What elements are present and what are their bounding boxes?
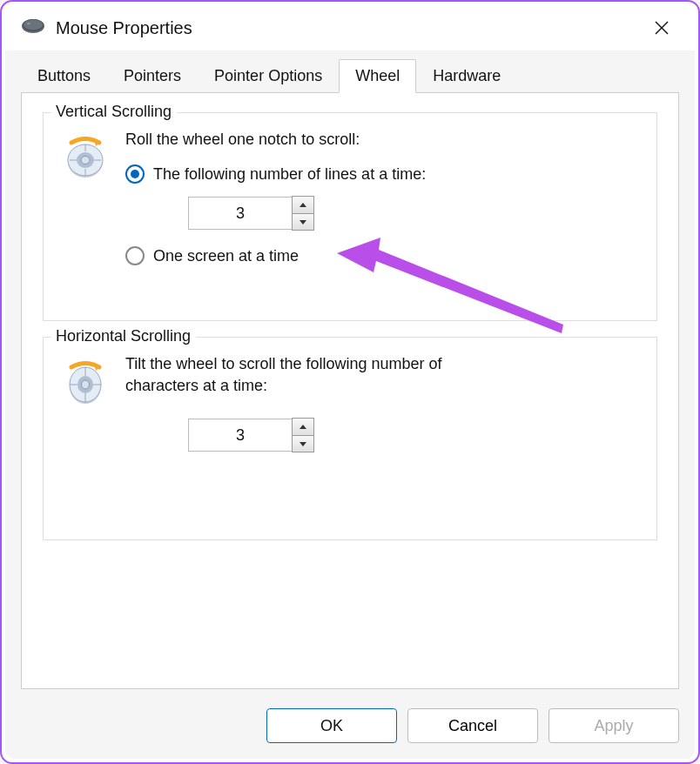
- chars-spinner-up[interactable]: [293, 419, 313, 435]
- radio-screen-label: One screen at a time: [153, 247, 299, 265]
- dialog-footer: OK Cancel Apply: [5, 696, 695, 759]
- tab-bar: Buttons Pointers Pointer Options Wheel H…: [21, 59, 679, 92]
- mouse-icon: [21, 18, 45, 37]
- close-button[interactable]: [643, 9, 681, 47]
- tab-pointers[interactable]: Pointers: [107, 59, 198, 93]
- chars-spinner-down[interactable]: [293, 435, 313, 452]
- lines-spinner-down[interactable]: [293, 213, 313, 230]
- lines-spinner-up[interactable]: [293, 197, 313, 213]
- vertical-description: Roll the wheel one notch to scroll:: [125, 129, 637, 151]
- tab-panel-wheel: Vertical Scrolling: [21, 92, 679, 689]
- radio-screen[interactable]: [125, 246, 145, 265]
- chevron-down-icon: [300, 442, 306, 446]
- close-icon: [654, 20, 670, 36]
- tab-wheel[interactable]: Wheel: [339, 59, 416, 93]
- tab-hardware[interactable]: Hardware: [416, 59, 517, 93]
- group-label-vertical: Vertical Scrolling: [50, 103, 177, 121]
- svg-point-3: [27, 23, 30, 24]
- apply-button[interactable]: Apply: [549, 708, 679, 743]
- group-label-horizontal: Horizontal Scrolling: [50, 327, 196, 345]
- chevron-up-icon: [300, 425, 306, 429]
- tab-buttons[interactable]: Buttons: [21, 59, 107, 93]
- radio-lines-row[interactable]: The following number of lines at a time:: [125, 164, 637, 184]
- tab-pointer-options[interactable]: Pointer Options: [198, 59, 339, 93]
- radio-lines-label: The following number of lines at a time:: [153, 165, 426, 184]
- wheel-vertical-icon: [63, 129, 111, 272]
- radio-screen-row[interactable]: One screen at a time: [125, 246, 637, 265]
- chars-spinner-input[interactable]: 3: [188, 419, 293, 452]
- cancel-button[interactable]: Cancel: [407, 708, 538, 743]
- chevron-up-icon: [300, 203, 306, 207]
- wheel-horizontal-icon: [63, 353, 111, 496]
- window-title: Mouse Properties: [56, 18, 643, 38]
- radio-lines[interactable]: [125, 164, 145, 184]
- svg-point-9: [81, 157, 90, 164]
- svg-point-18: [82, 380, 90, 389]
- lines-spinner-input[interactable]: 3: [188, 197, 293, 230]
- horizontal-description: Tilt the wheel to scroll the following n…: [125, 353, 491, 397]
- group-horizontal-scrolling: Horizontal Scrolling: [43, 337, 657, 540]
- group-vertical-scrolling: Vertical Scrolling: [43, 112, 657, 321]
- mouse-properties-dialog: Mouse Properties Buttons Pointers Pointe…: [5, 5, 695, 759]
- chevron-down-icon: [300, 220, 306, 225]
- svg-point-2: [24, 20, 43, 30]
- titlebar: Mouse Properties: [5, 5, 695, 50]
- ok-button[interactable]: OK: [266, 708, 397, 743]
